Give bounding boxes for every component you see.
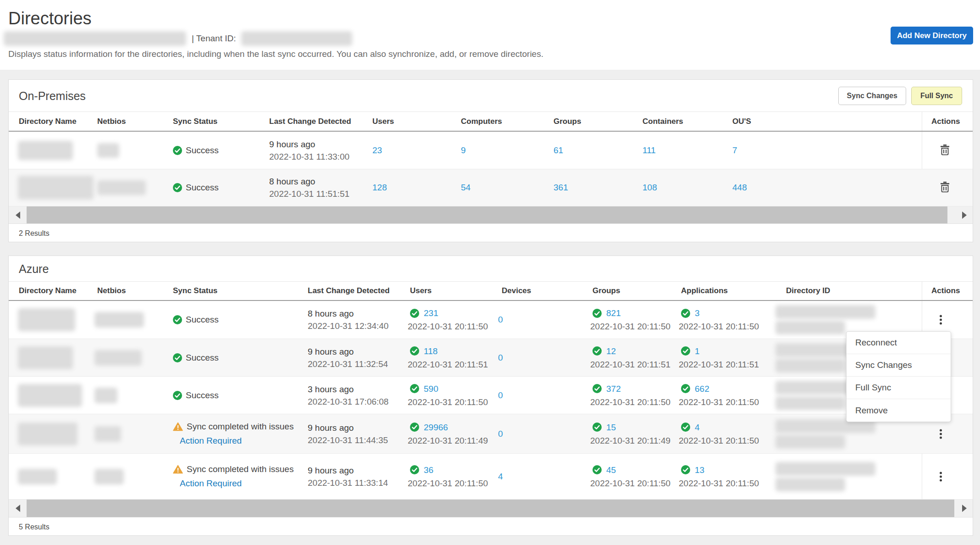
redacted-netbios (94, 312, 144, 328)
sync-status-text: Success (186, 183, 219, 193)
page-description: Displays status information for the dire… (8, 49, 543, 59)
success-icon (173, 315, 182, 324)
menu-item-reconnect[interactable]: Reconnect (847, 332, 951, 354)
users-count-link[interactable]: 29966 (424, 421, 448, 434)
row-actions-menu-button[interactable] (936, 429, 945, 439)
delete-directory-button[interactable] (935, 144, 955, 156)
col-last-change: Last Change Detected (269, 117, 351, 126)
users-count-link[interactable]: 231 (424, 307, 438, 319)
applications-timestamp: 2022-10-31 20:11:50 (679, 434, 759, 447)
add-new-directory-button[interactable]: Add New Directory (891, 27, 973, 44)
last-change-timestamp: 2022-10-31 12:34:40 (308, 320, 388, 332)
applications-count-link[interactable]: 4 (695, 421, 700, 434)
last-change-timestamp: 2022-10-31 11:32:54 (308, 358, 388, 370)
scroll-right-button[interactable] (956, 206, 973, 223)
sync-status-text: Success (186, 390, 219, 400)
on-premises-table-header: Directory Name Netbios Sync Status Last … (9, 112, 973, 132)
on-premises-title-bar: On-Premises Sync Changes Full Sync (9, 80, 973, 112)
row-actions-menu-button[interactable] (936, 472, 945, 481)
ous-count-link[interactable]: 448 (732, 183, 747, 193)
horizontal-scrollbar[interactable] (9, 500, 973, 517)
users-timestamp: 2022-10-31 20:11:51 (408, 358, 488, 371)
applications-count-link[interactable]: 13 (695, 464, 704, 476)
scroll-right-button[interactable] (956, 500, 973, 517)
col-users: Users (410, 286, 432, 295)
delete-directory-button[interactable] (935, 182, 955, 194)
groups-timestamp: 2022-10-31 20:11:50 (590, 320, 670, 333)
success-icon (681, 465, 690, 474)
table-row: Success 9 hours ago 2022-10-31 11:32:54 … (9, 339, 973, 377)
horizontal-scrollbar[interactable] (9, 206, 973, 224)
scroll-left-button[interactable] (9, 206, 27, 223)
col-applications: Applications (681, 286, 728, 295)
menu-item-sync-changes[interactable]: Sync Changes (847, 354, 951, 377)
devices-count-link[interactable]: 0 (498, 353, 503, 363)
table-row: Success 9 hours ago 2022-10-31 11:33:00 … (9, 132, 973, 169)
ous-count-link[interactable]: 7 (732, 145, 737, 156)
sync-status-text: Sync completed with issues (187, 422, 293, 432)
redacted-directory-id (775, 359, 845, 373)
col-containers: Containers (642, 117, 683, 126)
directories-page: Directories | Tenant ID: Displays status… (0, 0, 980, 545)
sync-status-text: Sync completed with issues (187, 464, 293, 474)
arrow-left-icon (16, 211, 20, 219)
containers-count-link[interactable]: 111 (642, 145, 656, 156)
sync-status-text: Success (186, 315, 219, 325)
users-count-link[interactable]: 118 (424, 345, 437, 357)
scroll-left-button[interactable] (9, 500, 27, 517)
scrollbar-thumb[interactable] (27, 500, 954, 517)
success-icon (410, 346, 419, 356)
users-count-link[interactable]: 23 (372, 145, 382, 156)
azure-table-header: Directory Name Netbios Sync Status Last … (9, 282, 973, 301)
groups-count-link[interactable]: 372 (606, 383, 621, 395)
applications-count-link[interactable]: 1 (695, 345, 700, 357)
azure-card: Azure Directory Name Netbios Sync Status… (8, 256, 973, 536)
col-netbios: Netbios (97, 286, 126, 295)
table-row: Sync completed with issues Action Requir… (9, 414, 973, 454)
containers-count-link[interactable]: 108 (642, 183, 657, 193)
groups-count-link[interactable]: 15 (606, 421, 616, 434)
users-count-link[interactable]: 590 (424, 383, 438, 395)
applications-count-link[interactable]: 3 (695, 307, 700, 319)
col-groups: Groups (554, 117, 581, 126)
col-netbios: Netbios (97, 117, 126, 126)
computers-count-link[interactable]: 9 (461, 145, 466, 156)
groups-count-link[interactable]: 361 (554, 183, 568, 193)
menu-item-remove[interactable]: Remove (847, 399, 951, 422)
scrollbar-thumb[interactable] (27, 206, 947, 223)
applications-count-link[interactable]: 662 (695, 383, 709, 395)
col-computers: Computers (461, 117, 502, 126)
success-icon (592, 309, 602, 318)
groups-count-link[interactable]: 61 (554, 145, 563, 156)
azure-title-bar: Azure (9, 256, 973, 282)
menu-item-full-sync[interactable]: Full Sync (847, 377, 951, 399)
computers-count-link[interactable]: 54 (461, 183, 471, 193)
col-ous: OU'S (732, 117, 751, 126)
tenant-id-label: | Tenant ID: (192, 33, 236, 44)
devices-count-link[interactable]: 4 (498, 472, 503, 482)
success-icon (681, 384, 690, 393)
redacted-netbios (94, 388, 117, 403)
action-required-link[interactable]: Action Required (180, 436, 293, 446)
action-required-link[interactable]: Action Required (180, 478, 293, 489)
devices-count-link[interactable]: 0 (498, 390, 503, 400)
users-count-link[interactable]: 36 (424, 464, 433, 476)
results-count: 2 Results (19, 229, 50, 238)
redacted-account-name (4, 31, 186, 46)
col-groups: Groups (592, 286, 620, 295)
redacted-directory-name (18, 384, 82, 407)
groups-count-link[interactable]: 12 (606, 345, 616, 357)
devices-count-link[interactable]: 0 (498, 429, 503, 439)
col-devices: Devices (502, 286, 531, 295)
users-count-link[interactable]: 128 (372, 183, 387, 193)
devices-count-link[interactable]: 0 (498, 315, 503, 325)
on-premises-card: On-Premises Sync Changes Full Sync Direc… (8, 79, 973, 242)
results-count: 5 Results (19, 523, 50, 531)
sync-changes-button[interactable]: Sync Changes (838, 87, 906, 105)
row-actions-menu-button[interactable] (936, 315, 945, 325)
groups-count-link[interactable]: 45 (606, 464, 616, 476)
full-sync-button[interactable]: Full Sync (911, 87, 962, 105)
groups-count-link[interactable]: 821 (606, 307, 621, 319)
sync-status-text: Success (186, 353, 219, 363)
success-icon (173, 183, 182, 192)
